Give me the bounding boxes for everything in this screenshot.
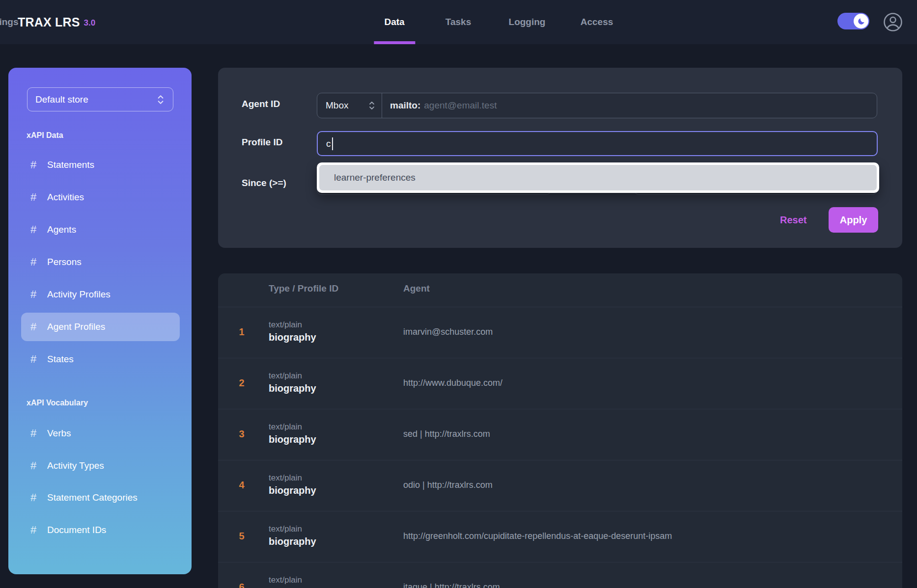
dark-mode-toggle[interactable] (837, 13, 869, 29)
row-index: 2 (233, 377, 250, 389)
row-content-type: text/plain (269, 320, 302, 330)
profile-id-input[interactable]: c (317, 131, 878, 156)
row-index: 6 (233, 582, 250, 588)
reset-button[interactable]: Reset (775, 207, 811, 233)
row-profile-id: biography (269, 434, 316, 445)
row-index: 1 (233, 326, 250, 338)
row-index: 5 (233, 531, 250, 542)
sidebar-item-agents[interactable]: # Agents (21, 215, 180, 244)
filters-panel: Agent ID Mbox mailto: agent@email.test P… (218, 68, 902, 248)
brand-version: 3.0 (84, 18, 96, 28)
hash-icon: # (27, 159, 40, 171)
suggestion-learner-preferences[interactable]: learner-preferences (319, 165, 877, 190)
agent-ident-type-select[interactable]: Mbox (317, 93, 382, 118)
table-row[interactable]: 6 text/plain biography itaque | http://t… (218, 562, 902, 588)
row-profile-id: biography (269, 536, 316, 547)
sidebar-item-persons[interactable]: # Persons (21, 248, 180, 276)
sidebar: Default store xAPI Data # Statements # A… (8, 68, 192, 574)
tab-access[interactable]: Access (581, 0, 613, 44)
profile-id-label: Profile ID (242, 137, 282, 148)
hash-icon: # (27, 223, 40, 236)
chevron-up-down-icon (368, 101, 376, 110)
column-header-type-profile-id: Type / Profile ID (269, 283, 338, 297)
hash-icon: # (27, 459, 40, 472)
row-agent: http://www.dubuque.com/ (403, 378, 502, 388)
tab-data[interactable]: Data (384, 0, 404, 44)
table-row[interactable]: 3 text/plain biography sed | http://trax… (218, 409, 902, 460)
hash-icon: # (27, 288, 40, 301)
agent-id-input-group: Mbox mailto: agent@email.test (317, 93, 877, 118)
sidebar-item-document-ids[interactable]: # Document IDs (21, 516, 180, 544)
profile-id-suggestions-dropdown: learner-preferences (317, 162, 879, 193)
row-content-type: text/plain (269, 371, 302, 381)
chevron-up-down-icon (156, 94, 165, 105)
app-logo: TRAX LRS 3.0 (18, 0, 95, 44)
row-profile-id: biography (269, 485, 316, 496)
row-agent: itaque | http://traxlrs.com (403, 582, 500, 588)
hash-icon: # (27, 427, 40, 440)
mailto-prefix: mailto: (390, 100, 420, 111)
apply-button[interactable]: Apply (829, 207, 878, 233)
sidebar-section-xapi-vocabulary: xAPI Vocabulary (27, 399, 174, 407)
sidebar-item-statement-categories[interactable]: # Statement Categories (21, 483, 180, 512)
since-label: Since (>=) (242, 178, 286, 188)
hash-icon: # (27, 321, 40, 333)
hash-icon: # (27, 353, 40, 366)
row-index: 4 (233, 480, 250, 491)
row-content-type: text/plain (269, 575, 302, 585)
sidebar-item-activity-profiles[interactable]: # Activity Profiles (21, 280, 180, 309)
table-row[interactable]: 5 text/plain biography http://greenholt.… (218, 511, 902, 562)
hash-icon: # (27, 256, 40, 268)
row-agent: sed | http://traxlrs.com (403, 429, 490, 439)
column-header-agent: Agent (403, 283, 430, 297)
text-cursor (332, 137, 333, 150)
sidebar-item-statements[interactable]: # Statements (21, 151, 180, 179)
sidebar-item-activities[interactable]: # Activities (21, 183, 180, 212)
agent-ident-type-value: Mbox (326, 100, 368, 111)
app-window: TRAX LRS 3.0 Data Tasks Logging Access S… (0, 0, 917, 588)
store-selector[interactable]: Default store (27, 87, 173, 111)
row-content-type: text/plain (269, 473, 302, 483)
row-agent: odio | http://traxlrs.com (403, 480, 493, 490)
toggle-thumb (854, 14, 868, 28)
table-row[interactable]: 1 text/plain biography imarvin@schuster.… (218, 307, 902, 358)
table-row[interactable]: 2 text/plain biography http://www.dubuqu… (218, 358, 902, 409)
hash-icon: # (27, 191, 40, 204)
row-content-type: text/plain (269, 524, 302, 534)
table-row[interactable]: 4 text/plain biography odio | http://tra… (218, 460, 902, 511)
hash-icon: # (27, 491, 40, 504)
tab-tasks[interactable]: Tasks (445, 0, 471, 44)
sidebar-item-verbs[interactable]: # Verbs (21, 419, 180, 448)
brand-name: TRAX LRS (18, 15, 80, 29)
row-profile-id: biography (269, 332, 316, 343)
profile-id-value: c (326, 138, 331, 149)
agent-profiles-table: Type / Profile ID Agent 1 text/plain bio… (218, 273, 902, 588)
row-content-type: text/plain (269, 422, 302, 432)
tab-settings[interactable]: Settings (0, 0, 18, 44)
row-index: 3 (233, 428, 250, 440)
row-profile-id: biography (269, 383, 316, 394)
sidebar-section-xapi-data: xAPI Data (27, 131, 174, 140)
row-agent: imarvin@schuster.com (403, 327, 493, 337)
account-icon[interactable] (883, 12, 903, 32)
top-navbar: TRAX LRS 3.0 Data Tasks Logging Access S… (0, 0, 917, 44)
moon-icon (857, 17, 865, 26)
tab-logging[interactable]: Logging (509, 0, 546, 44)
hash-icon: # (27, 524, 40, 536)
store-selector-value: Default store (35, 94, 88, 105)
agent-id-label: Agent ID (242, 99, 280, 109)
row-agent: http://greenholt.com/cupiditate-repellen… (403, 531, 672, 541)
agent-id-input[interactable]: mailto: agent@email.test (382, 93, 877, 118)
sidebar-item-states[interactable]: # States (21, 345, 180, 374)
agent-id-placeholder: agent@email.test (424, 100, 497, 111)
sidebar-item-agent-profiles[interactable]: # Agent Profiles (21, 313, 180, 341)
sidebar-item-activity-types[interactable]: # Activity Types (21, 452, 180, 480)
